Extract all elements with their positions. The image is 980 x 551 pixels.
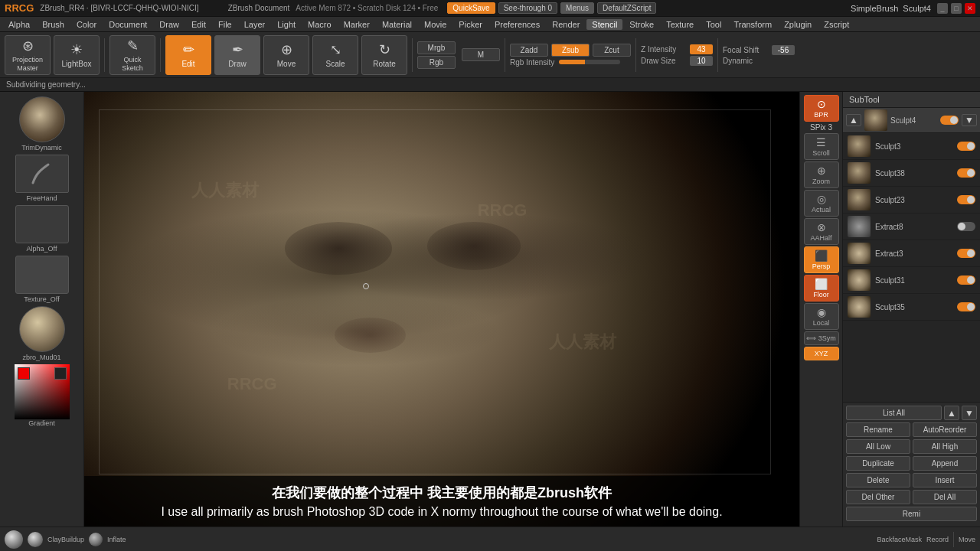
subtool-item-6[interactable]: Sculpt31 <box>843 267 980 294</box>
subtool-toggle-0[interactable] <box>940 116 959 125</box>
drawsize-value[interactable]: 10 <box>690 56 713 66</box>
menu-item-macro[interactable]: Macro <box>302 19 337 30</box>
subtool-toggle-6[interactable] <box>957 276 975 285</box>
floor-button[interactable]: ⬜ Floor <box>804 275 839 302</box>
menu-item-marker[interactable]: Marker <box>338 19 375 30</box>
zintensity-value[interactable]: 43 <box>690 44 713 54</box>
duplicate-button[interactable]: Duplicate <box>846 456 910 471</box>
move-button[interactable]: ⊕ Move <box>263 35 309 75</box>
insert-button[interactable]: Insert <box>913 473 977 487</box>
rotate-button[interactable]: ↻ Rotate <box>361 35 407 75</box>
subtool-item-5[interactable]: Extract3 <box>843 240 980 267</box>
material-sphere[interactable]: zbro_Mud01 <box>8 306 77 361</box>
brush-trimdynamic[interactable]: TrimDynamic <box>8 96 77 152</box>
sym-button[interactable]: ⟺ 3Sym <box>804 331 839 345</box>
subtool-toggle-3[interactable] <box>957 195 975 204</box>
rgb-intensity-slider[interactable] <box>559 60 620 64</box>
zsub-button[interactable]: Zsub <box>551 44 590 57</box>
menu-item-color[interactable]: Color <box>71 19 102 30</box>
lightbox-button[interactable]: ☀ LightBox <box>54 35 100 75</box>
menu-item-movie[interactable]: Movie <box>419 19 452 30</box>
menu-item-file[interactable]: File <box>213 19 237 30</box>
m-button[interactable]: M <box>462 48 500 61</box>
subtool-toggle-4[interactable] <box>957 222 975 231</box>
menu-item-light[interactable]: Light <box>272 19 301 30</box>
subtool-item-4[interactable]: Extract8 <box>843 214 980 240</box>
edit-button[interactable]: ✏ Edit <box>165 35 211 75</box>
maximize-button[interactable]: □ <box>951 3 962 14</box>
menu-item-document[interactable]: Document <box>103 19 152 30</box>
subtool-toggle-2[interactable] <box>957 168 975 178</box>
menu-item-stroke[interactable]: Stroke <box>624 19 659 30</box>
aahalf-button[interactable]: ⊗ AAHalf <box>804 218 839 245</box>
brush-freehand[interactable]: FreeHand <box>8 155 77 202</box>
minimize-button[interactable]: _ <box>937 3 948 14</box>
alllow-button[interactable]: All Low <box>846 439 910 454</box>
menu-item-brush[interactable]: Brush <box>37 19 70 30</box>
menu-item-render[interactable]: Render <box>547 19 585 30</box>
color-swatch[interactable] <box>15 364 70 419</box>
focal-value[interactable]: -56 <box>772 45 795 55</box>
scale-button[interactable]: ⤡ Scale <box>312 35 358 75</box>
delother-button[interactable]: Del Other <box>846 490 910 504</box>
zadd-button[interactable]: Zadd <box>510 44 548 57</box>
listall-button[interactable]: List All <box>846 406 942 420</box>
menu-item-picker[interactable]: Picker <box>453 19 488 30</box>
menu-item-zplugin[interactable]: Zplugin <box>779 19 817 30</box>
inflate-sphere[interactable] <box>89 533 103 546</box>
actual-button[interactable]: ◎ Actual <box>804 190 839 217</box>
material-sphere-bottom[interactable] <box>5 530 23 549</box>
scroll-button[interactable]: ☰ Scroll <box>804 133 839 160</box>
xyz-button[interactable]: XYZ <box>804 347 839 360</box>
local-button[interactable]: ◉ Local <box>804 303 839 330</box>
remesh-button[interactable]: Remi <box>846 507 977 521</box>
quicksave-button[interactable]: QuickSave <box>447 2 495 14</box>
menu-item-layer[interactable]: Layer <box>239 19 271 30</box>
menu-item-zscript[interactable]: Zscript <box>818 19 854 30</box>
delete-button[interactable]: Delete <box>846 473 910 487</box>
menu-item-tool[interactable]: Tool <box>701 19 727 30</box>
append-button[interactable]: Append <box>913 456 977 471</box>
allhigh-button[interactable]: All High <box>913 439 977 454</box>
subtool-nav-down[interactable]: ▼ <box>962 406 977 420</box>
color-picker[interactable]: Gradient <box>15 364 70 427</box>
menu-item-draw[interactable]: Draw <box>154 19 185 30</box>
draw-button[interactable]: ✒ Draw <box>214 35 260 75</box>
alpha-off[interactable]: Alpha_Off <box>8 205 77 253</box>
subtool-toggle-1[interactable] <box>957 142 975 151</box>
texture-off[interactable]: Texture_Off <box>8 256 77 303</box>
subtool-down-button[interactable]: ▼ <box>962 114 977 126</box>
material-sphere2-bottom[interactable] <box>28 532 43 547</box>
menu-item-preferences[interactable]: Preferences <box>489 19 545 30</box>
quick-sketch-button[interactable]: ✎ QuickSketch <box>109 35 155 75</box>
canvas-area[interactable]: 人人素材 RRCG 人人素材 RRCG 在我们要做的整个过程中 我主要使用的都是… <box>84 92 799 527</box>
projection-master-button[interactable]: ⊛ ProjectionMaster <box>5 35 51 75</box>
menu-item-texture[interactable]: Texture <box>661 19 699 30</box>
mrgb-button[interactable]: Mrgb <box>417 41 456 54</box>
delall-button[interactable]: Del All <box>913 490 977 504</box>
close-button[interactable]: ✕ <box>965 3 975 14</box>
subtool-nav-up[interactable]: ▲ <box>944 406 959 420</box>
persp-button[interactable]: ⬛ Persp <box>804 246 839 273</box>
menu-item-alpha[interactable]: Alpha <box>3 19 35 30</box>
menu-item-transform[interactable]: Transform <box>728 19 777 30</box>
rgb-button[interactable]: Rgb <box>417 56 456 69</box>
menu-item-edit[interactable]: Edit <box>186 19 211 30</box>
subtool-item-1[interactable]: Sculpt3 <box>843 133 980 160</box>
zcut-button[interactable]: Zcut <box>593 44 631 57</box>
menu-item-stencil[interactable]: Stencil <box>586 19 622 30</box>
subtool-item-3[interactable]: Sculpt23 <box>843 187 980 214</box>
subtool-up-button[interactable]: ▲ <box>846 114 861 126</box>
menu-item-material[interactable]: Material <box>377 19 417 30</box>
bpr-button[interactable]: ⊙ BPR <box>804 95 839 122</box>
seethrough-button[interactable]: See-through 0 <box>498 2 557 14</box>
subtool-toggle-7[interactable] <box>957 302 975 311</box>
defaultzscript-button[interactable]: DefaultZScript <box>597 2 656 14</box>
zoom-button[interactable]: ⊕ Zoom <box>804 161 839 188</box>
subtool-toggle-5[interactable] <box>957 249 975 258</box>
subtool-item-2[interactable]: Sculpt38 <box>843 160 980 187</box>
subtool-item-7[interactable]: Sculpt35 <box>843 294 980 321</box>
rename-button[interactable]: Rename <box>846 422 910 437</box>
menus-button[interactable]: Menus <box>560 2 594 14</box>
autoreorder-button[interactable]: AutoReorder <box>913 422 977 437</box>
